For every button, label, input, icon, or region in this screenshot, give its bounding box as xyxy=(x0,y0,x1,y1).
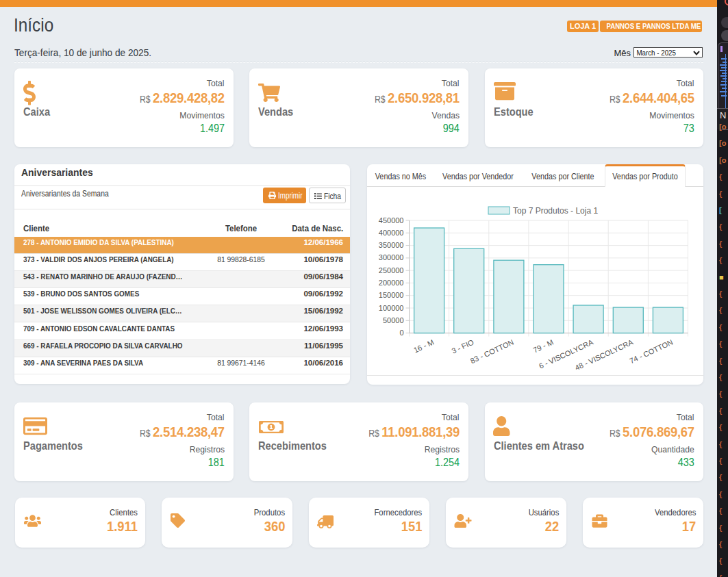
svg-text:400000: 400000 xyxy=(379,229,404,237)
svg-text:50000: 50000 xyxy=(383,316,404,324)
svg-text:250000: 250000 xyxy=(379,266,404,274)
svg-text:450000: 450000 xyxy=(379,216,404,225)
svg-text:74 - COTTON: 74 - COTTON xyxy=(628,338,674,366)
svg-text:200000: 200000 xyxy=(379,279,404,287)
svg-text:350000: 350000 xyxy=(379,241,404,249)
svg-text:79 - M: 79 - M xyxy=(532,338,555,355)
svg-text:83 - COTTON: 83 - COTTON xyxy=(469,338,515,366)
svg-text:Top 7 Produtos - Loja 1: Top 7 Produtos - Loja 1 xyxy=(513,206,598,216)
svg-text:16 - M: 16 - M xyxy=(412,338,435,355)
svg-text:150000: 150000 xyxy=(379,291,404,299)
svg-text:300000: 300000 xyxy=(379,253,404,261)
svg-text:0: 0 xyxy=(399,329,403,337)
svg-text:100000: 100000 xyxy=(379,304,404,312)
svg-text:3 - FIO: 3 - FIO xyxy=(450,337,475,355)
